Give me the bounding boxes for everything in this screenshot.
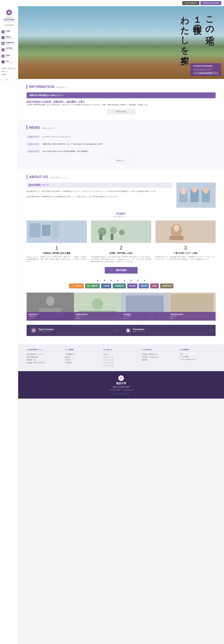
about-text-block: 総合学域群について 総合選抜入試に入り、総合学域群の学生を対象とした各種相談を行…: [26, 182, 172, 208]
sidebar-search: サイト内検索 🔍: [0, 78, 18, 85]
dept-box-humanities[interactable]: 人文・文化学群: [69, 284, 84, 288]
news-text-2[interactable]: 伊藤孝汰氏が IEEE ARSO2019 において Best Paper in …: [42, 143, 102, 145]
footer-nav-item-5-1[interactable]: FAQ: [180, 353, 216, 355]
for-students-button[interactable]: FOR STUDENTS: [182, 1, 199, 5]
news-item-1: 2020年4月12日 ウェブサイトをリニューアルしました: [26, 133, 216, 140]
news-text-1[interactable]: ウェブサイトをリニューアルしました: [42, 136, 71, 138]
pamphlets-banner[interactable]: 📄 Pamphlets 資料・パンフレット ›: [121, 325, 216, 336]
footer-nav-item-3-2[interactable]: トピックス（1）: [103, 356, 139, 358]
footer-logo-icon: 🌸: [118, 375, 124, 381]
news-text-3[interactable]: 令和２年度入学者のための入学手続共通事項（博士前期課程）: [42, 150, 89, 152]
svg-point-14: [119, 230, 124, 235]
footer-nav-item-3-1[interactable]: お知らせ: [103, 353, 139, 356]
admission-icon: 📝: [2, 42, 5, 45]
footer-nav-item-1-4[interactable]: 在籍者数・特待および在学生: [26, 361, 62, 364]
contact-access-button[interactable]: CONTACT & ACCESS: [200, 1, 221, 5]
news-icon: 📰: [2, 54, 5, 58]
open-campus-banner[interactable]: 🌸 Open Campus オープンキャンパス ›: [26, 325, 121, 336]
feature-card-detail-course[interactable]: DETAIL ›: [123, 318, 166, 319]
svg-rect-17: [156, 220, 216, 243]
nav-about-en: ABOUT: [6, 36, 16, 38]
news-item-2: 2020年4月12日 伊藤孝汰氏が IEEE ARSO2019 において Bes…: [26, 140, 216, 148]
search-label: サイト内検索: [2, 79, 17, 80]
dept-box-life[interactable]: 生命環境学群: [113, 284, 126, 288]
news-date-2: 2020年4月12日: [26, 142, 40, 146]
point-image-1: [26, 220, 87, 243]
footer-nav-item-1-1[interactable]: 総合学域群自己メッセージ: [26, 353, 62, 356]
arrow-icon-7: ▼: [137, 279, 139, 282]
dept-box-med[interactable]: 医学群: [150, 284, 159, 288]
nav-home-en: HOME: [6, 30, 10, 32]
footer-nav-item-3-3[interactable]: トピックス（2）: [103, 358, 139, 361]
feature-card-jp-course: コース選択: [123, 316, 166, 318]
feature-card-en-message: MESSAGE: [29, 313, 72, 316]
feature-card-jp-message: 学群長挨拶: [29, 316, 72, 318]
footer-nav-item-4-3[interactable]: 各種資料: [142, 358, 177, 361]
info-article-body: 入学後に学問分野を前開しながら専門を定め、自分のキャリアを主体的に切り拓きたい人…: [26, 103, 216, 106]
info-highlight: 進路決定の固定概念から自由になろう！: [26, 92, 216, 98]
school-group-button[interactable]: 総合学域群: [105, 267, 138, 274]
view-all-button[interactable]: VIEW ALL ›: [107, 158, 135, 164]
dept-box-social[interactable]: 社会・国際学群: [85, 284, 100, 288]
footer: 🌸 筑波大学 筑波大学 総合学域群 〒305-8577 茨城県つくば市天王台1-…: [18, 371, 224, 398]
info-article-title[interactable]: 筑波大学独自の入試改革 前期日程に「総合選抜」を導入: [26, 100, 85, 103]
points-header: POINT 総合学域群のポイント: [26, 212, 216, 218]
footer-nav-item-1-3[interactable]: 教育目標・方針: [26, 358, 62, 361]
about-body-para2: 総合学域群の学生は、各種相談窓口における履修相談等を活用しつつ、入学後に学びたい…: [26, 195, 172, 198]
sidebar-nav: 🏠 HOMEホーム ℹ ABOUT総合学域群について 📝 ADMISSION入試…: [0, 28, 18, 66]
dept-box-art[interactable]: 芸術専門学群: [160, 284, 173, 288]
sub-nav-item-2[interactable]: 進路ガイド: [2, 70, 17, 73]
svg-point-4: [180, 188, 186, 194]
svg-point-19: [174, 225, 179, 232]
nav-faq-jp: よく有る質問: [6, 62, 12, 64]
home-icon: 🏠: [2, 30, 5, 34]
sub-nav-item-1[interactable]: 在籍者数・基本計画一覧: [2, 67, 17, 70]
nav-about[interactable]: ℹ ABOUT総合学域群について: [0, 35, 18, 40]
information-section: INFORMATION 総合選抜とは？ 進路決定の固定概念から自由になろう！ 筑…: [18, 79, 224, 120]
nav-home[interactable]: 🏠 HOMEホーム: [0, 29, 18, 35]
news-date-1: 2020年4月12日: [26, 135, 40, 138]
search-input[interactable]: [2, 81, 18, 84]
open-campus-icon: 🌸: [31, 328, 36, 333]
footer-nav-item-5-3[interactable]: アクセス＆お問い合わせ: [180, 358, 216, 361]
nav-admission[interactable]: 📝 ADMISSION入試情報: [0, 40, 18, 46]
footer-nav-item-3-4[interactable]: トピックス（3）: [103, 361, 139, 364]
read-more-button[interactable]: READ MORE: [107, 109, 135, 114]
point-number-2: 2: [91, 245, 151, 251]
dept-box-human[interactable]: 人間学群: [101, 284, 111, 288]
feature-card-detail-professors[interactable]: DETAIL ›: [170, 318, 214, 319]
feature-card-detail-message[interactable]: DETAIL ›: [29, 318, 72, 319]
feature-card-detail-admissions[interactable]: DETAIL ›: [76, 318, 119, 319]
hero-interview-sub: 筑波大学 情報学群３年 氏名 紀子: [193, 69, 218, 71]
footer-university-name: 筑波大学: [116, 382, 126, 385]
sub-nav-item-3[interactable]: 各種資料: [2, 73, 17, 76]
footer-nav-item-4-2[interactable]: 在学生向け・基本計画一覧: [142, 356, 177, 358]
svg-point-6: [203, 187, 208, 194]
dept-box-science[interactable]: 理工学群: [127, 284, 137, 288]
feature-card-overlay-admissions: ADMISSIONS 入試について DETAIL ›: [74, 312, 121, 320]
dept-box-info[interactable]: 情報学群: [139, 284, 149, 288]
nav-support[interactable]: 🤝 SUPPORTサポート・相談について: [0, 46, 18, 53]
point-number-1: 1: [26, 245, 87, 251]
svg-rect-9: [42, 225, 50, 236]
points-title-jp: 総合学域群のポイント: [26, 216, 216, 218]
footer-nav-item-2-1[interactable]: 入学者選抜方式: [65, 353, 100, 356]
hero-text-line3: わたしを探す。: [179, 10, 191, 69]
nav-faq[interactable]: ❓ FAQよく有る質問: [0, 59, 18, 65]
more-interview-button[interactable]: MORE INTERVIEW: [193, 72, 218, 74]
footer-nav-item-2-4[interactable]: 大学院進学: [65, 361, 100, 364]
svg-point-22: [46, 296, 54, 306]
open-campus-arrow-icon: ›: [116, 329, 117, 332]
dept-name-en: School of Comprehensive Studies: [2, 21, 17, 24]
footer-nav-item-1-2[interactable]: 総合学域群的特徴: [26, 356, 62, 358]
footer-nav-item-2-3[interactable]: 入試日程: [65, 358, 100, 361]
nav-admission-en: ADMISSION: [6, 42, 14, 44]
footer-nav-item-2-2[interactable]: 選抜方式: [65, 356, 100, 358]
footer-nav-item-3-5[interactable]: トピックス（4）: [103, 364, 139, 367]
hero-text-line1: この地で、: [204, 10, 216, 49]
nav-news[interactable]: 📰 NEWSお知らせ: [0, 53, 18, 59]
footer-col-title-4: 04. 在学生向け: [142, 348, 177, 352]
footer-nav-item-4-1[interactable]: 担当学務・基本計画一覧: [142, 353, 177, 356]
feature-card-admissions: ADMISSIONS 入試について DETAIL ›: [74, 292, 121, 320]
footer-nav-item-5-2[interactable]: よくある質問: [180, 355, 216, 358]
